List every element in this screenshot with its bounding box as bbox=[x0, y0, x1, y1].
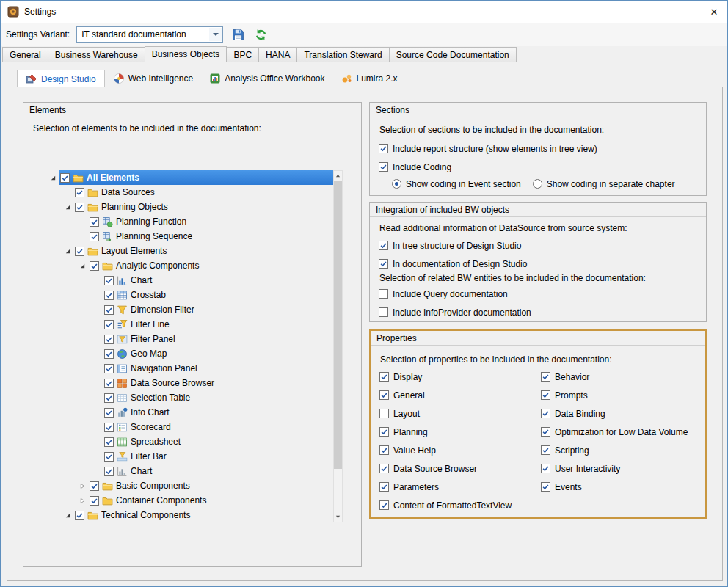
checkbox-checked[interactable] bbox=[379, 482, 389, 492]
scroll-down-icon[interactable] bbox=[334, 512, 342, 522]
radio-selected[interactable] bbox=[392, 179, 401, 189]
checkbox-row-in-documentation-of-design-studio[interactable]: In documentation of Design Studio bbox=[379, 255, 527, 273]
expanded-arrow-icon[interactable] bbox=[62, 201, 73, 213]
checkbox-checked[interactable] bbox=[75, 188, 84, 197]
tab-general[interactable]: General bbox=[2, 47, 48, 62]
checkbox-checked[interactable] bbox=[541, 482, 550, 492]
checkbox-checked[interactable] bbox=[379, 500, 389, 510]
checkbox-row-data-source-browser[interactable]: Data Source Browser bbox=[379, 459, 512, 478]
tree-item-all-elements[interactable]: All Elements bbox=[46, 170, 333, 185]
tab-business-warehouse[interactable]: Business Warehouse bbox=[48, 47, 145, 62]
checkbox-unchecked[interactable] bbox=[379, 307, 388, 317]
checkbox-row-include-coding[interactable]: Include Coding bbox=[379, 158, 597, 176]
checkbox-checked[interactable] bbox=[90, 481, 99, 491]
tree-item-navigation-panel[interactable]: Navigation Panel bbox=[46, 361, 333, 376]
checkbox-checked[interactable] bbox=[379, 372, 389, 382]
checkbox-checked[interactable] bbox=[541, 390, 550, 400]
checkbox-row-content-of-formattedtextview[interactable]: Content of FormattedTextView bbox=[379, 496, 512, 514]
tree-item-dimension-filter[interactable]: Dimension Filter bbox=[46, 302, 333, 317]
checkbox-checked[interactable] bbox=[90, 261, 99, 271]
tree-item-filter-panel[interactable]: Filter Panel bbox=[46, 332, 333, 346]
expanded-arrow-icon[interactable] bbox=[62, 245, 73, 257]
checkbox-checked[interactable] bbox=[379, 241, 388, 250]
checkbox-row-include-report-structure-show-elements-in-tree-view[interactable]: Include report structure (show elements … bbox=[379, 139, 597, 158]
scroll-up-icon[interactable] bbox=[334, 171, 342, 181]
collapsed-arrow-icon[interactable] bbox=[76, 480, 88, 492]
subtab-web-intelligence[interactable]: Web Intelligence bbox=[105, 70, 202, 87]
checkbox-checked[interactable] bbox=[379, 144, 388, 153]
radio-row-show-coding-in-separate-chapter[interactable]: Show coding in separate chapter bbox=[533, 175, 675, 193]
checkbox-row-parameters[interactable]: Parameters bbox=[379, 478, 512, 496]
checkbox-checked[interactable] bbox=[90, 496, 99, 506]
checkbox-row-planning[interactable]: Planning bbox=[379, 423, 512, 441]
checkbox-checked[interactable] bbox=[541, 409, 550, 418]
collapsed-arrow-icon[interactable] bbox=[76, 495, 88, 506]
expanded-arrow-icon[interactable] bbox=[62, 509, 73, 521]
tree-item-basic-components[interactable]: Basic Components bbox=[46, 478, 333, 493]
refresh-button[interactable] bbox=[252, 26, 269, 43]
tab-hana[interactable]: HANA bbox=[258, 47, 297, 62]
checkbox-checked[interactable] bbox=[104, 437, 114, 447]
settings-variant-combobox[interactable]: IT standard documentation bbox=[76, 26, 223, 43]
subtab-design-studio[interactable]: Design Studio bbox=[17, 70, 105, 87]
tree-item-scorecard[interactable]: Scorecard bbox=[46, 420, 333, 434]
checkbox-row-scripting[interactable]: Scripting bbox=[541, 441, 688, 459]
close-button[interactable]: ✕ bbox=[701, 1, 727, 23]
tree-item-technical-components[interactable]: Technical Components bbox=[46, 508, 333, 522]
checkbox-checked[interactable] bbox=[104, 364, 114, 373]
checkbox-checked[interactable] bbox=[104, 452, 114, 462]
checkbox-checked[interactable] bbox=[379, 162, 388, 172]
checkbox-unchecked[interactable] bbox=[379, 409, 389, 418]
checkbox-unchecked[interactable] bbox=[379, 289, 388, 299]
checkbox-checked[interactable] bbox=[541, 445, 550, 455]
checkbox-checked[interactable] bbox=[104, 276, 114, 285]
checkbox-checked[interactable] bbox=[60, 173, 70, 183]
checkbox-checked[interactable] bbox=[75, 247, 84, 256]
checkbox-checked[interactable] bbox=[104, 393, 114, 403]
tab-translation-steward[interactable]: Translation Steward bbox=[296, 47, 389, 62]
checkbox-checked[interactable] bbox=[104, 335, 114, 344]
checkbox-checked[interactable] bbox=[75, 511, 84, 520]
checkbox-checked[interactable] bbox=[104, 379, 114, 388]
checkbox-checked[interactable] bbox=[379, 464, 389, 473]
checkbox-row-general[interactable]: General bbox=[379, 386, 512, 404]
checkbox-row-prompts[interactable]: Prompts bbox=[541, 386, 688, 404]
tree-item-data-source-browser[interactable]: Data Source Browser bbox=[46, 376, 333, 390]
chevron-down-icon[interactable] bbox=[209, 28, 222, 41]
checkbox-row-optimization-for-low-data-volume[interactable]: Optimization for Low Data Volume bbox=[541, 423, 688, 441]
tree-item-analytic-components[interactable]: Analytic Components bbox=[46, 258, 333, 273]
checkbox-row-data-binding[interactable]: Data Binding bbox=[541, 404, 688, 423]
checkbox-checked[interactable] bbox=[104, 408, 114, 418]
checkbox-checked[interactable] bbox=[104, 467, 114, 476]
tree-scrollbar[interactable] bbox=[333, 170, 343, 522]
scrollbar-thumb[interactable] bbox=[334, 181, 342, 469]
tree-item-crosstab[interactable]: Crosstab bbox=[46, 288, 333, 302]
checkbox-checked[interactable] bbox=[541, 464, 550, 473]
expanded-arrow-icon[interactable] bbox=[76, 260, 88, 271]
checkbox-row-include-infoprovider-documentation[interactable]: Include InfoProvider documentation bbox=[379, 303, 531, 321]
tree-item-selection-table[interactable]: Selection Table bbox=[46, 390, 333, 405]
checkbox-row-include-query-documentation[interactable]: Include Query documentation bbox=[379, 285, 531, 303]
checkbox-checked[interactable] bbox=[104, 305, 114, 315]
save-button[interactable] bbox=[230, 26, 246, 43]
checkbox-checked[interactable] bbox=[75, 203, 84, 212]
checkbox-row-events[interactable]: Events bbox=[541, 478, 688, 496]
tree-item-chart[interactable]: Chart bbox=[46, 273, 333, 288]
checkbox-checked[interactable] bbox=[90, 232, 99, 241]
checkbox-checked[interactable] bbox=[379, 390, 389, 400]
subtab-lumira-2-x[interactable]: Lumira 2.x bbox=[333, 70, 406, 87]
checkbox-checked[interactable] bbox=[541, 372, 550, 382]
checkbox-row-layout[interactable]: Layout bbox=[379, 404, 512, 423]
checkbox-row-value-help[interactable]: Value Help bbox=[379, 441, 512, 459]
tab-business-objects[interactable]: Business Objects bbox=[145, 46, 228, 62]
tab-source-code-documentation[interactable]: Source Code Documentation bbox=[389, 47, 517, 62]
tab-bpc[interactable]: BPC bbox=[226, 47, 259, 62]
tree-item-planning-sequence[interactable]: Planning Sequence bbox=[46, 229, 333, 244]
tree-item-layout-elements[interactable]: Layout Elements bbox=[46, 244, 333, 258]
checkbox-checked[interactable] bbox=[104, 320, 114, 329]
checkbox-checked[interactable] bbox=[541, 427, 550, 437]
checkbox-checked[interactable] bbox=[379, 259, 388, 269]
tree-item-chart[interactable]: Chart bbox=[46, 464, 333, 478]
subtab-analysis-office-workbook[interactable]: Analysis Office Workbook bbox=[201, 70, 332, 87]
tree-item-geo-map[interactable]: Geo Map bbox=[46, 346, 333, 361]
